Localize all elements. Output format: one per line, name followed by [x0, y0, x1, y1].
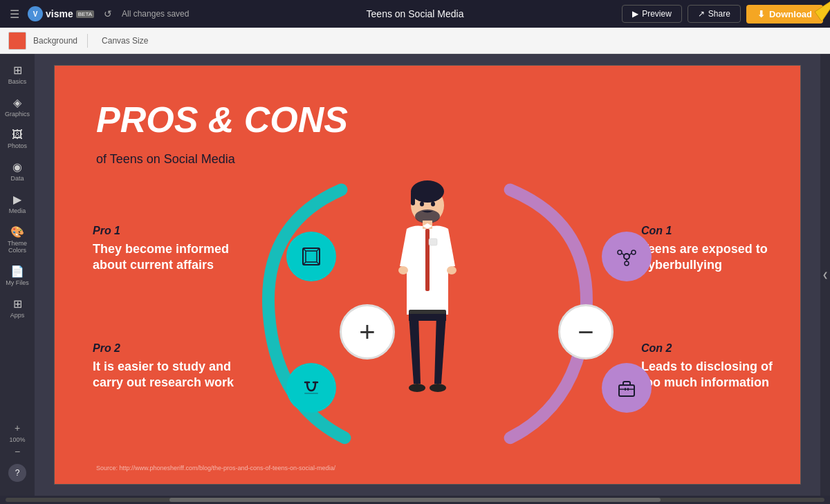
svg-point-12 — [631, 250, 636, 254]
svg-rect-31 — [409, 310, 446, 314]
zoom-out-button[interactable]: − — [9, 445, 26, 458]
share-button[interactable]: ↗ Share — [688, 5, 741, 23]
scrollbar-thumb[interactable] — [169, 498, 661, 502]
svg-rect-23 — [411, 192, 415, 205]
minus-circle: − — [558, 304, 614, 360]
con1-label: Con 1 — [641, 225, 780, 237]
background-color-picker[interactable] — [8, 32, 26, 50]
top-navigation: ☰ V visme BETA ↺ All changes saved Teens… — [0, 0, 830, 28]
svg-line-15 — [629, 253, 631, 255]
svg-point-32 — [409, 384, 425, 392]
theme-colors-icon: 🎨 — [10, 225, 24, 239]
logo-circle: V — [28, 6, 43, 21]
source-text: Source: http://www.phonesheriff.com/blog… — [96, 465, 335, 472]
left-sidebar: ⊞ Basics ◈ Graphics 🖼 Photos ◉ Data ▶ Me… — [0, 54, 35, 496]
project-title[interactable]: Teens on Social Media — [367, 8, 464, 19]
scrollbar-track[interactable] — [6, 498, 824, 502]
canvas-main-title: PROS & CONS — [96, 100, 348, 140]
zoom-controls: + 100% − — [9, 421, 26, 458]
con2-label: Con 2 — [641, 342, 780, 355]
toolbar-divider — [87, 34, 88, 48]
pro2-text: It is easier to study and carry out rese… — [93, 359, 245, 391]
sidebar-item-photos[interactable]: 🖼 Photos — [2, 124, 33, 153]
con2-icon-circle — [602, 363, 652, 413]
canvas-size-button[interactable]: Canvas Size — [98, 34, 152, 48]
svg-point-25 — [420, 202, 424, 207]
svg-rect-28 — [425, 229, 430, 291]
svg-point-26 — [431, 202, 435, 207]
person-svg — [386, 176, 469, 411]
data-icon: ◉ — [12, 160, 22, 174]
preview-icon: ▶ — [632, 9, 638, 19]
svg-point-22 — [411, 180, 444, 203]
sidebar-item-apps[interactable]: ⊞ Apps — [2, 293, 33, 323]
con1-section: Con 1 Teens are exposed to cyberbullying — [641, 225, 780, 274]
bottom-scrollbar[interactable] — [0, 496, 830, 504]
con1-icon-circle — [602, 232, 652, 281]
right-panel-handle[interactable]: ❮ — [820, 54, 830, 496]
pro1-icon-circle — [286, 232, 336, 281]
background-label: Background — [33, 36, 77, 46]
media-icon: ▶ — [13, 193, 21, 206]
svg-point-11 — [618, 250, 622, 254]
sidebar-item-theme-colors[interactable]: 🎨 Theme Colors — [2, 221, 33, 258]
pro2-icon-circle — [286, 363, 336, 413]
help-button[interactable]: ? — [8, 464, 26, 482]
svg-point-33 — [430, 384, 446, 392]
main-area: ⊞ Basics ◈ Graphics 🖼 Photos ◉ Data ▶ Me… — [0, 54, 830, 496]
beta-badge: BETA — [76, 10, 94, 18]
canvas[interactable]: PROS & CONS of Teens on Social Media Pro… — [54, 65, 801, 485]
menu-icon[interactable]: ☰ — [7, 5, 22, 24]
svg-rect-17 — [619, 385, 634, 396]
right-handle-arrow-icon: ❮ — [822, 271, 828, 279]
photos-icon: 🖼 — [12, 129, 23, 141]
pro1-text: They become informed about current affai… — [93, 241, 245, 274]
svg-point-13 — [625, 261, 629, 265]
toolbar: Background Canvas Size — [0, 28, 830, 54]
magnet-icon — [299, 375, 324, 400]
canvas-area[interactable]: PROS & CONS of Teens on Social Media Pro… — [35, 54, 820, 496]
my-files-icon: 📄 — [10, 265, 24, 278]
svg-rect-29 — [429, 239, 437, 245]
logo-text: visme — [46, 8, 73, 19]
person-illustration — [386, 176, 469, 411]
basics-icon: ⊞ — [13, 64, 22, 77]
svg-line-14 — [622, 253, 624, 255]
con2-section: Con 2 Leads to disclosing of too much in… — [641, 342, 780, 391]
con1-text: Teens are exposed to cyberbullying — [641, 241, 780, 274]
cube-icon — [299, 244, 324, 269]
canvas-subtitle: of Teens on Social Media — [96, 152, 235, 167]
sidebar-item-basics[interactable]: ⊞ Basics — [2, 59, 33, 89]
pro2-label: Pro 2 — [93, 342, 245, 355]
saved-status: All changes saved — [122, 9, 189, 19]
plus-icon: + — [359, 318, 375, 346]
zoom-level: 100% — [9, 436, 25, 443]
sidebar-item-media[interactable]: ▶ Media — [2, 189, 33, 218]
svg-point-34 — [398, 266, 408, 274]
download-button[interactable]: ⬇ Download — [746, 5, 823, 24]
pro2-section: Pro 2 It is easier to study and carry ou… — [93, 342, 245, 391]
minus-icon: − — [578, 318, 593, 346]
svg-point-35 — [447, 266, 456, 274]
network-icon — [614, 244, 639, 269]
undo-button[interactable]: ↺ — [100, 7, 116, 21]
svg-point-10 — [624, 254, 629, 259]
sidebar-item-graphics[interactable]: ◈ Graphics — [2, 92, 33, 122]
sidebar-item-my-files[interactable]: 📄 My Files — [2, 261, 33, 290]
graphics-icon: ◈ — [13, 96, 21, 109]
briefcase-icon — [614, 375, 639, 400]
pro1-section: Pro 1 They become informed about current… — [93, 225, 245, 274]
zoom-in-button[interactable]: + — [9, 421, 26, 435]
share-icon: ↗ — [698, 9, 705, 19]
download-icon: ⬇ — [757, 9, 765, 19]
con2-text: Leads to disclosing of too much informat… — [641, 359, 780, 391]
svg-rect-2 — [306, 251, 317, 262]
visme-logo[interactable]: V visme BETA — [28, 6, 94, 21]
preview-button[interactable]: ▶ Preview — [622, 5, 682, 23]
apps-icon: ⊞ — [13, 297, 22, 310]
pro1-label: Pro 1 — [93, 225, 245, 237]
sidebar-item-data[interactable]: ◉ Data — [2, 156, 33, 186]
